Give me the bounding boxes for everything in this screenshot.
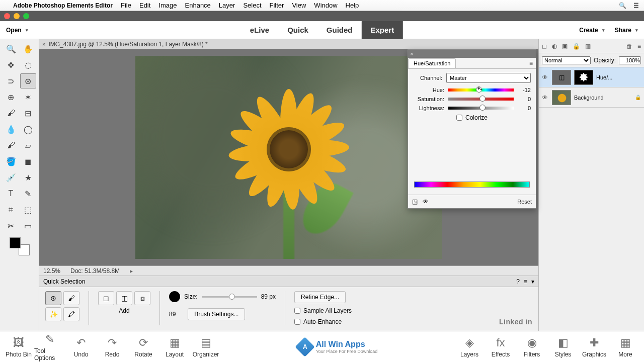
- share-menu[interactable]: Share: [615, 27, 638, 34]
- sponge-tool[interactable]: ◯: [20, 122, 36, 137]
- lightness-slider[interactable]: [448, 107, 514, 110]
- lock-layer-icon[interactable]: 🔒: [573, 43, 580, 50]
- auto-enhance-checkbox[interactable]: Auto-Enhance: [294, 318, 342, 325]
- clone-stamp-tool[interactable]: ⊟: [20, 106, 36, 121]
- opacity-input[interactable]: [619, 56, 641, 64]
- menu-view[interactable]: View: [292, 2, 306, 9]
- create-menu[interactable]: Create: [579, 27, 604, 34]
- magic-wand-mode[interactable]: ✨: [45, 307, 61, 321]
- tab-elive[interactable]: eLive: [241, 21, 278, 39]
- menu-help[interactable]: Help: [346, 2, 359, 9]
- layer-row-background[interactable]: 👁 Background 🔒: [539, 87, 644, 108]
- add-selection-button[interactable]: ◫: [116, 291, 132, 305]
- organizer-button[interactable]: ▤Organizer: [190, 336, 221, 358]
- channel-select[interactable]: Master: [446, 73, 531, 83]
- rotate-button[interactable]: ⟳Rotate: [128, 336, 159, 358]
- selection-brush-mode[interactable]: 🖌: [63, 291, 79, 305]
- quick-select-tool[interactable]: ⊛: [20, 73, 36, 88]
- open-menu[interactable]: Open: [6, 27, 28, 34]
- lasso-tool[interactable]: ⊃: [3, 73, 19, 88]
- tab-quick[interactable]: Quick: [278, 21, 317, 39]
- brush-tool[interactable]: 🖌: [3, 138, 19, 153]
- effects-button[interactable]: fxEffects: [485, 336, 516, 358]
- crop-tool[interactable]: ⌗: [3, 202, 19, 217]
- hand-tool[interactable]: ✋: [20, 41, 36, 56]
- hue-slider[interactable]: [448, 88, 514, 92]
- window-minimize-button[interactable]: [14, 13, 20, 19]
- gradient-tool[interactable]: ◼: [20, 154, 36, 169]
- window-maximize-button[interactable]: [23, 13, 29, 19]
- cookie-cutter-tool[interactable]: ✂: [3, 218, 19, 233]
- layout-button[interactable]: ▦Layout: [159, 336, 190, 358]
- eyedropper-tool[interactable]: 💉: [3, 170, 19, 185]
- menu-edit[interactable]: Edit: [139, 2, 150, 9]
- options-menu-icon[interactable]: ≡: [524, 278, 527, 285]
- visibility-icon[interactable]: 👁: [542, 74, 549, 81]
- menu-list-icon[interactable]: ☰: [633, 2, 639, 9]
- undo-button[interactable]: ↶Undo: [65, 336, 97, 358]
- document-tab[interactable]: × IMG_4307.jpg @ 12.5% (Hue/Saturation 1…: [39, 39, 538, 49]
- redo-button[interactable]: ↷Redo: [97, 336, 128, 358]
- sample-all-layers-checkbox[interactable]: Sample All Layers: [294, 307, 352, 314]
- visibility-icon[interactable]: 👁: [542, 94, 549, 101]
- tab-guided[interactable]: Guided: [317, 21, 362, 39]
- menu-image[interactable]: Image: [158, 2, 177, 9]
- refine-edge-button[interactable]: Refine Edge...: [294, 291, 346, 303]
- tab-expert[interactable]: Expert: [362, 21, 404, 39]
- layer-mask-icon[interactable]: ▣: [562, 43, 568, 50]
- layer-group-icon[interactable]: ▥: [585, 43, 591, 50]
- blur-tool[interactable]: 💧: [3, 122, 19, 137]
- close-tab-icon[interactable]: ×: [42, 41, 45, 47]
- menu-enhance[interactable]: Enhance: [185, 2, 211, 9]
- more-button[interactable]: ▦More: [610, 336, 641, 358]
- pencil-tool[interactable]: ✎: [20, 186, 36, 201]
- layer-row-hue-saturation[interactable]: 👁 ◫ Hue/...: [539, 67, 644, 87]
- reset-button[interactable]: Reset: [517, 199, 532, 205]
- panel-menu-icon[interactable]: ≡: [637, 43, 641, 50]
- move-tool[interactable]: ✥: [3, 57, 19, 72]
- marquee-tool[interactable]: ◌: [20, 57, 36, 72]
- styles-button[interactable]: ◧Styles: [547, 336, 579, 358]
- type-tool[interactable]: T: [3, 186, 19, 201]
- healing-tool[interactable]: ✶: [20, 89, 36, 105]
- foreground-color[interactable]: [10, 237, 21, 248]
- quick-select-mode[interactable]: ⊛: [45, 291, 61, 305]
- zoom-level[interactable]: 12.5%: [43, 267, 60, 275]
- panel-menu-icon[interactable]: ≡: [529, 60, 533, 67]
- straighten-tool[interactable]: ▭: [20, 218, 36, 233]
- spotlight-icon[interactable]: 🔍: [619, 2, 626, 9]
- tool-options-button[interactable]: ✎Tool Options: [34, 332, 65, 361]
- menu-select[interactable]: Select: [243, 2, 261, 9]
- blend-mode-select[interactable]: Normal: [542, 56, 591, 64]
- smart-brush-tool[interactable]: 🖌: [3, 106, 19, 121]
- preview-icon[interactable]: 👁: [423, 198, 429, 205]
- subtract-selection-button[interactable]: ⧈: [134, 291, 150, 305]
- layers-button[interactable]: ◈Layers: [454, 336, 485, 358]
- collapse-icon[interactable]: ▾: [531, 278, 534, 285]
- shape-tool[interactable]: ★: [20, 170, 36, 185]
- close-panel-icon[interactable]: ×: [410, 51, 413, 57]
- menu-window[interactable]: Window: [314, 2, 337, 9]
- recompose-tool[interactable]: ⬚: [20, 202, 36, 217]
- brush-settings-button[interactable]: Brush Settings...: [188, 308, 245, 320]
- menu-file[interactable]: File: [121, 2, 131, 9]
- window-close-button[interactable]: [4, 13, 10, 19]
- new-layer-icon[interactable]: ◻: [542, 43, 547, 50]
- menu-filter[interactable]: Filter: [270, 2, 284, 9]
- refine-brush-mode[interactable]: 🖍: [63, 307, 79, 321]
- help-icon[interactable]: ?: [516, 278, 520, 285]
- photo-bin-button[interactable]: 🖼Photo Bin: [3, 336, 34, 358]
- colorize-checkbox[interactable]: [456, 115, 462, 121]
- paint-bucket-tool[interactable]: 🪣: [3, 154, 19, 169]
- delete-layer-icon[interactable]: 🗑: [626, 43, 632, 50]
- adjustment-layer-icon[interactable]: ◐: [552, 43, 557, 50]
- eraser-tool[interactable]: ▱: [20, 138, 36, 153]
- zoom-tool[interactable]: 🔍: [3, 41, 19, 56]
- menu-layer[interactable]: Layer: [219, 2, 235, 9]
- color-swatch[interactable]: [10, 237, 30, 255]
- redeye-tool[interactable]: ⊕: [3, 89, 19, 105]
- graphics-button[interactable]: ✚Graphics: [579, 336, 610, 358]
- panel-tab[interactable]: Hue/Saturation: [408, 58, 456, 68]
- status-menu-icon[interactable]: ▸: [130, 267, 133, 275]
- new-selection-button[interactable]: ◻: [98, 291, 114, 305]
